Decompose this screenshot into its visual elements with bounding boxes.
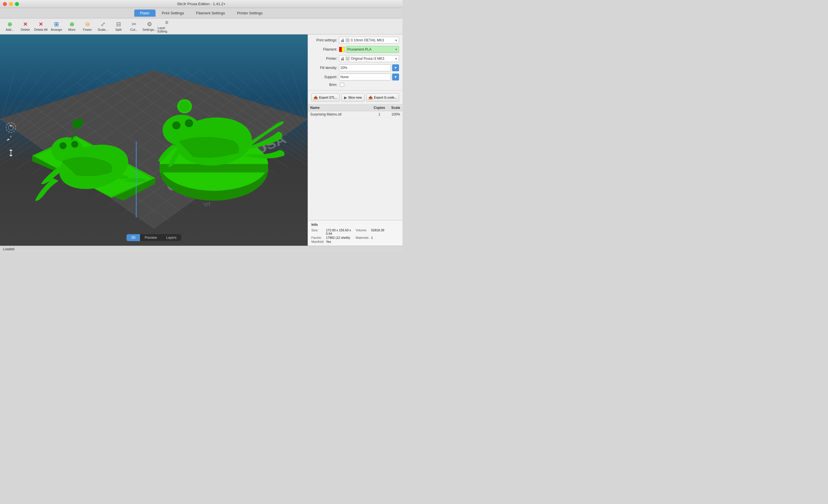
delete-all-button[interactable]: ✕ Delete All — [33, 19, 48, 34]
filament-arrow: ▼ — [395, 48, 398, 51]
svg-point-50 — [71, 141, 78, 148]
tab-print-settings[interactable]: Print Settings — [156, 9, 190, 17]
fill-density-dropdown[interactable]: ▼ — [392, 64, 399, 71]
filament-select[interactable]: Prusament PLA ▼ — [346, 46, 399, 53]
row-copies: 1 — [371, 112, 387, 117]
export-stl-label: Export STL... — [319, 96, 337, 99]
col-copies-header: Copies — [371, 106, 387, 110]
printer-row: Printer: 🖨 Original Prusa i3 MK3 ▼ — [312, 55, 399, 62]
maximize-button[interactable] — [15, 2, 19, 6]
split-icon: ⊟ — [116, 21, 121, 27]
fill-density-row: Fill density: 20% ▼ — [312, 64, 399, 71]
settings-label: Settings... — [142, 28, 157, 31]
filament-row: Filament: Prusament PLA ▼ — [312, 46, 399, 53]
split-button[interactable]: ⊟ Split — [111, 19, 126, 34]
arrange-label: Arrange — [51, 28, 62, 31]
orbit-control[interactable] — [6, 123, 16, 133]
export-stl-button[interactable]: 📤 Export STL... — [312, 93, 339, 101]
print-settings-arrow: ▼ — [395, 39, 398, 42]
print-settings-value: 0.10mm DETAIL MK3 — [351, 38, 384, 42]
info-section: Info Size: 172.00 x 155.50 x 5.94 Volume… — [308, 220, 403, 246]
support-row: Support: None ▼ — [312, 74, 399, 81]
rotate-left-control[interactable] — [6, 135, 16, 145]
volume-value: 52818.39 — [371, 228, 399, 235]
brim-label: Brim: — [312, 83, 337, 87]
add-button[interactable]: ⊕ Add... — [2, 19, 17, 34]
support-select[interactable]: None — [339, 74, 391, 81]
table-row[interactable]: Surprising Maimu.stl 1 100% — [308, 111, 403, 118]
cut-icon: ✂ — [132, 21, 136, 27]
export-gcode-label: Export G-code... — [374, 96, 397, 99]
view-tab-preview[interactable]: Preview — [140, 234, 162, 241]
fewer-icon: ⊖ — [85, 21, 90, 27]
layer-editing-label: Layer Editing — [158, 26, 176, 33]
filament-color-swatch[interactable] — [339, 47, 345, 52]
support-dropdown[interactable]: ▼ — [392, 74, 399, 81]
split-label: Split — [115, 28, 121, 31]
settings-button[interactable]: ⚙ Settings... — [142, 19, 157, 34]
view-tabs: 3D Preview Layers — [126, 234, 181, 241]
print-settings-select[interactable]: 🖨 0.10mm DETAIL MK3 ▼ — [339, 37, 399, 44]
printer-value: Original Prusa i3 MK3 — [351, 57, 384, 61]
scale-label: Scale... — [98, 28, 109, 31]
print-settings-label: Print settings: — [312, 38, 337, 42]
tab-filament-settings[interactable]: Filament Settings — [190, 9, 231, 17]
print-settings-printer-icon: 🖨 — [340, 38, 344, 43]
brim-checkbox[interactable] — [340, 83, 344, 87]
size-label: Size: — [312, 228, 324, 235]
row-scale: 100% — [387, 112, 400, 117]
rotate-vertical-control[interactable] — [6, 148, 16, 158]
fill-density-value: 20% — [340, 66, 347, 70]
scale-button[interactable]: ⤢ Scale... — [95, 19, 111, 34]
printer-select[interactable]: 🖨 Original Prusa i3 MK3 ▼ — [339, 55, 399, 62]
layer-editing-button[interactable]: ≡ Layer Editing — [158, 19, 176, 34]
svg-marker-68 — [9, 155, 13, 156]
viewport[interactable]: ORIGINAL PRUSA by — [0, 35, 307, 246]
support-label: Support: — [312, 75, 337, 79]
facets-value: 17902 (12 shells) — [326, 236, 354, 239]
fewer-label: Fewer — [83, 28, 92, 31]
col-name-header: Name — [310, 106, 371, 110]
printer-arrow: ▼ — [395, 57, 398, 60]
window-controls[interactable] — [3, 2, 19, 6]
export-gcode-icon: 📤 — [368, 95, 373, 100]
info-grid: Size: 172.00 x 155.50 x 5.94 Volume: 528… — [312, 228, 399, 243]
fill-density-select[interactable]: 20% — [339, 64, 391, 71]
more-button[interactable]: ⊕ More — [65, 19, 79, 34]
view-tab-layers[interactable]: Layers — [162, 234, 181, 241]
tab-printer-settings[interactable]: Printer Settings — [231, 9, 268, 17]
more-icon: ⊕ — [70, 21, 75, 27]
tabbar: Plater Print Settings Filament Settings … — [0, 8, 403, 18]
scale-icon: ⤢ — [100, 21, 106, 27]
delete-all-icon: ✕ — [39, 21, 43, 27]
row-name: Surprising Maimu.stl — [310, 112, 371, 117]
close-button[interactable] — [3, 2, 7, 6]
table-header: Name Copies Scale — [308, 104, 403, 111]
support-control: None ▼ — [339, 74, 399, 81]
cut-button[interactable]: ✂ Cut... — [126, 19, 141, 34]
settings-icon: ⚙ — [147, 21, 152, 27]
minimize-button[interactable] — [9, 2, 13, 6]
cut-label: Cut... — [130, 28, 138, 31]
printer-control: 🖨 Original Prusa i3 MK3 ▼ — [339, 55, 399, 62]
tab-plater[interactable]: Plater — [134, 9, 156, 17]
svg-point-61 — [179, 101, 191, 112]
svg-marker-65 — [8, 138, 10, 140]
slice-now-button[interactable]: ▶ Slice now — [341, 93, 365, 101]
manifold-label: Manifold: — [312, 240, 324, 243]
filament-control: Prusament PLA ▼ — [339, 46, 399, 53]
volume-label: Volume: — [356, 228, 369, 235]
export-gcode-button[interactable]: 📤 Export G-code... — [366, 93, 399, 101]
statusbar: Loaded — [0, 246, 403, 252]
delete-button[interactable]: ✕ Delete — [18, 19, 33, 34]
add-label: Add... — [6, 28, 14, 31]
toolbar: ⊕ Add... ✕ Delete ✕ Delete All ⊞ Arrange… — [0, 18, 403, 35]
arrange-button[interactable]: ⊞ Arrange — [49, 19, 64, 34]
view-tab-3d[interactable]: 3D — [126, 234, 140, 241]
3d-model — [0, 35, 307, 246]
fewer-button[interactable]: ⊖ Fewer — [80, 19, 95, 34]
manifold-value: Yes — [326, 240, 354, 243]
arrange-icon: ⊞ — [54, 21, 59, 27]
slice-now-label: Slice now — [348, 96, 362, 99]
size-value: 172.00 x 155.50 x 5.94 — [326, 228, 354, 235]
